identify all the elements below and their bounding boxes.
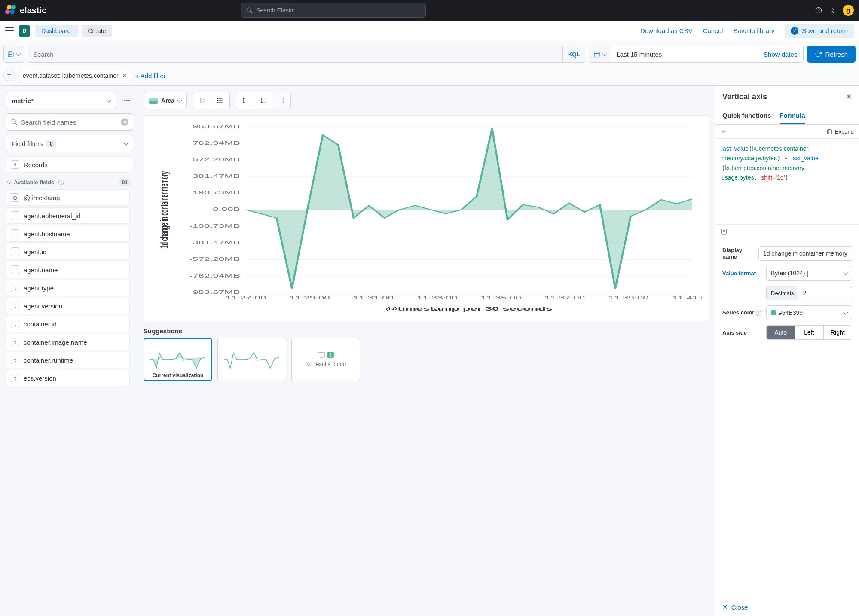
axis-side-right[interactable]: Right <box>824 326 852 339</box>
suggestion-current[interactable]: Current visualization <box>144 338 212 381</box>
field-item[interactable]: tagent.type <box>6 280 130 296</box>
word-wrap-icon[interactable] <box>721 128 728 135</box>
svg-text:762.94MB: 762.94MB <box>193 140 240 146</box>
query-input[interactable] <box>28 51 562 58</box>
nav-toggle-icon[interactable] <box>5 27 14 34</box>
search-icon <box>11 119 18 125</box>
app-header: D Dashboard Create Download as CSV Cance… <box>0 21 859 41</box>
app-badge[interactable]: D <box>19 25 30 37</box>
field-item[interactable]: ◷@timestamp <box>6 189 130 206</box>
help-icon[interactable] <box>815 7 822 14</box>
field-search-input[interactable] <box>21 119 117 126</box>
tab-quick-functions[interactable]: Quick functions <box>722 107 771 124</box>
remove-filter-icon[interactable]: ✕ <box>122 72 127 79</box>
value-labels-button[interactable] <box>211 92 229 109</box>
field-type-icon: t <box>11 284 19 292</box>
svg-text:381.47MB: 381.47MB <box>193 174 240 179</box>
calendar-icon <box>593 51 600 58</box>
viz-type-select[interactable]: Area <box>144 92 187 109</box>
chevron-down-icon <box>7 179 12 184</box>
field-item[interactable]: tagent.name <box>6 262 130 278</box>
download-csv-button[interactable]: Download as CSV <box>640 27 693 34</box>
index-pattern-select[interactable]: metric* <box>6 92 116 109</box>
bottom-axis-button[interactable] <box>254 92 272 109</box>
svg-point-21 <box>217 100 218 101</box>
svg-text:572.20MB: 572.20MB <box>193 157 240 162</box>
close-panel-icon[interactable]: ✕ <box>846 92 852 101</box>
svg-text:11:39:00: 11:39:00 <box>608 295 649 300</box>
kql-toggle[interactable]: KQL <box>562 46 585 62</box>
series-color-input[interactable]: #54B399 <box>766 305 852 320</box>
tab-formula[interactable]: Formula <box>780 107 805 124</box>
formula-editor[interactable]: last_value(kubernetes.container.memory.u… <box>715 139 859 225</box>
breadcrumb: Dashboard Create <box>35 25 112 37</box>
date-picker[interactable]: Last 15 minutes Show dates <box>589 46 804 63</box>
field-item[interactable]: tecs.version <box>6 370 130 386</box>
field-type-icon: t <box>11 247 19 256</box>
series-color-label: Series colori <box>722 309 762 316</box>
decimals-input[interactable]: 2 <box>798 286 852 300</box>
suggestion-no-results[interactable]: 8 No results found <box>291 338 360 381</box>
field-type-icon: t <box>11 265 19 274</box>
value-format-select[interactable]: Bytes (1024) | <box>766 266 852 281</box>
field-item[interactable]: tagent.id <box>6 244 130 260</box>
filter-options-button[interactable] <box>3 70 15 81</box>
query-bar: KQL Last 15 minutes Show dates Refresh <box>0 41 859 67</box>
number-icon: # <box>11 160 19 169</box>
records-field[interactable]: # Records <box>6 156 133 173</box>
search-icon <box>246 7 253 14</box>
svg-rect-4 <box>594 52 599 57</box>
refresh-button[interactable]: Refresh <box>807 46 856 63</box>
chevron-down-icon <box>843 310 848 314</box>
cancel-button[interactable]: Cancel <box>703 27 723 34</box>
right-axis-button <box>272 92 290 109</box>
config-panel: Vertical axis ✕ Quick functions Formula … <box>715 86 859 616</box>
svg-point-22 <box>217 102 218 102</box>
brand-name: elastic <box>20 6 46 15</box>
field-item[interactable]: tcontainer.id <box>6 316 130 332</box>
svg-point-20 <box>217 98 218 99</box>
filter-pill[interactable]: event.dataset: kubernetes.container ✕ <box>19 70 131 81</box>
svg-text:11:41:00: 11:41:00 <box>672 295 702 300</box>
chevron-down-icon <box>16 51 21 56</box>
display-name-input[interactable]: 1d change in container memory <box>758 246 852 261</box>
global-search[interactable]: Search Elastic <box>241 3 426 18</box>
documentation-icon[interactable] <box>721 228 728 235</box>
value-format-label[interactable]: Value format <box>722 270 762 277</box>
newsfeed-icon[interactable] <box>829 7 836 14</box>
field-type-icon: t <box>11 320 19 328</box>
elastic-logo[interactable]: elastic <box>5 5 46 16</box>
field-item[interactable]: tcontainer.runtime <box>6 352 130 368</box>
svg-text:0.00B: 0.00B <box>213 207 240 212</box>
field-item[interactable]: tagent.ephemeral_id <box>6 207 130 224</box>
field-item[interactable]: tagent.hostname <box>6 226 130 242</box>
legend-position-button[interactable] <box>193 92 211 109</box>
svg-rect-59 <box>318 353 325 357</box>
clear-search-icon[interactable]: ✕ <box>121 118 128 126</box>
elastic-logo-icon <box>5 5 16 16</box>
filter-bar: event.dataset: kubernetes.container ✕ + … <box>0 67 859 86</box>
left-axis-button[interactable] <box>236 92 254 109</box>
saved-query-button[interactable] <box>3 46 24 63</box>
close-button[interactable]: ✕ Close <box>722 603 852 611</box>
axis-side-group: Auto Left Right <box>766 325 852 340</box>
show-dates-link[interactable]: Show dates <box>758 51 803 58</box>
field-filters-toggle[interactable]: Field filters 0 <box>6 135 133 152</box>
breadcrumb-dashboard[interactable]: Dashboard <box>35 25 77 37</box>
svg-text:11:31:00: 11:31:00 <box>353 295 394 300</box>
add-filter-button[interactable]: + Add filter <box>135 72 166 79</box>
axis-side-left[interactable]: Left <box>795 326 823 339</box>
user-avatar[interactable]: g <box>843 5 854 16</box>
save-and-return-button[interactable]: ✓ Save and return <box>785 24 854 38</box>
save-to-library-button[interactable]: Save to library <box>733 27 774 34</box>
field-item[interactable]: tagent.version <box>6 298 130 314</box>
axis-side-auto[interactable]: Auto <box>767 326 795 339</box>
available-fields-header[interactable]: Available fields i 91 <box>6 175 133 189</box>
suggestion-line[interactable] <box>217 338 286 381</box>
expand-button[interactable]: Expand <box>827 128 854 135</box>
chevron-down-icon <box>602 51 607 56</box>
field-item[interactable]: tcontainer.image.name <box>6 334 130 350</box>
svg-text:11:33:00: 11:33:00 <box>417 295 458 300</box>
panel-options-button[interactable]: ••• <box>120 92 133 109</box>
global-search-placeholder: Search Elastic <box>256 7 294 14</box>
